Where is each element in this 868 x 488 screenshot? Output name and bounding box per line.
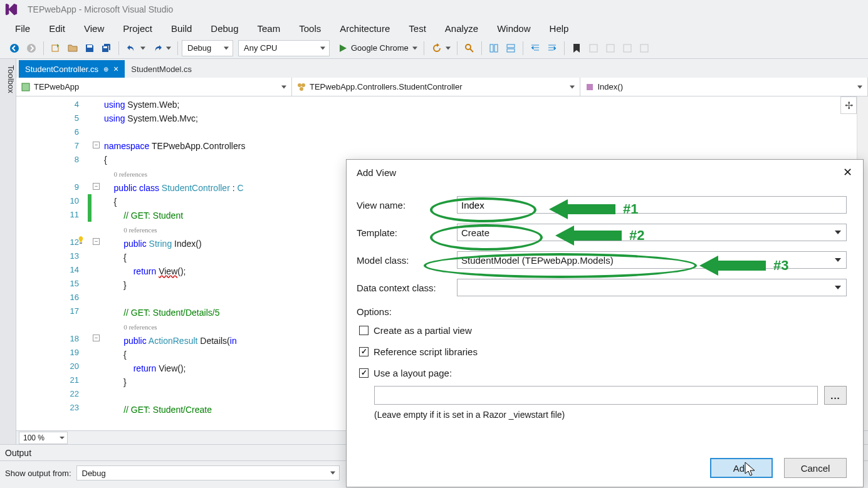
menu-test[interactable]: Test — [400, 20, 435, 37]
method-icon — [585, 83, 594, 91]
partial-view-label: Create as a partial view — [374, 325, 472, 336]
change-marker — [88, 194, 92, 222]
new-project-button[interactable] — [48, 40, 64, 56]
browser-refresh-button[interactable] — [428, 40, 453, 56]
save-button[interactable] — [81, 40, 98, 56]
menu-window[interactable]: Window — [488, 20, 539, 37]
tool-button-1[interactable] — [486, 40, 502, 56]
data-context-label: Data context class: — [357, 283, 451, 293]
indent-decrease-button[interactable] — [527, 40, 543, 56]
tool-button-6[interactable] — [636, 40, 652, 56]
menu-file[interactable]: File — [6, 20, 39, 37]
fold-toggle[interactable]: − — [93, 142, 100, 148]
svg-rect-14 — [22, 83, 29, 91]
solution-config-dropdown[interactable]: Debug — [182, 40, 233, 56]
svg-rect-11 — [607, 44, 614, 52]
svg-point-1 — [27, 44, 36, 53]
tool-button-2[interactable] — [503, 40, 519, 56]
menu-help[interactable]: Help — [541, 20, 578, 37]
menu-tools[interactable]: Tools — [290, 20, 330, 37]
window-title: TEPwebApp - Microsoft Visual Studio — [28, 4, 173, 14]
tool-button-5[interactable] — [619, 40, 635, 56]
tool-button-3[interactable] — [585, 40, 602, 56]
main-toolbar: Debug Any CPU Google Chrome — [0, 38, 868, 59]
redo-button[interactable] — [149, 40, 174, 56]
svg-rect-13 — [641, 44, 648, 52]
cancel-button[interactable]: Cancel — [784, 458, 847, 478]
partial-view-checkbox[interactable] — [359, 326, 369, 335]
template-label: Template: — [357, 227, 451, 238]
model-class-label: Model class: — [357, 255, 451, 266]
menu-architecture[interactable]: Architecture — [331, 20, 399, 37]
menu-project[interactable]: Project — [114, 20, 161, 37]
indent-increase-button[interactable] — [544, 40, 560, 56]
project-icon — [21, 83, 30, 91]
toolbox-panel-tab[interactable]: Toolbox — [0, 59, 16, 444]
svg-rect-9 — [507, 49, 515, 52]
svg-point-5 — [466, 44, 471, 49]
dialog-title: Add View — [357, 167, 396, 178]
menu-edit[interactable]: Edit — [40, 20, 74, 37]
zoom-dropdown[interactable]: 100 % — [19, 432, 68, 444]
layout-page-checkbox[interactable] — [359, 368, 369, 378]
fold-toggle[interactable]: − — [93, 335, 100, 341]
play-icon — [338, 44, 347, 53]
add-button[interactable]: Add — [710, 458, 773, 478]
undo-button[interactable] — [123, 40, 148, 56]
pin-icon[interactable]: ⊕ — [103, 66, 108, 73]
view-name-input[interactable] — [457, 196, 847, 214]
menu-view[interactable]: View — [75, 20, 113, 37]
save-all-button[interactable] — [98, 40, 115, 56]
visual-studio-logo-icon — [4, 3, 19, 16]
open-file-button[interactable] — [65, 40, 81, 56]
tab-student-model[interactable]: StudentModel.cs — [125, 60, 198, 78]
svg-rect-3 — [87, 45, 92, 48]
dialog-close-button[interactable]: ✕ — [838, 164, 857, 180]
template-dropdown[interactable]: Create — [457, 224, 847, 241]
menu-build[interactable]: Build — [162, 20, 201, 37]
nav-forward-button[interactable] — [23, 40, 39, 56]
class-icon — [297, 83, 306, 91]
nav-back-button[interactable] — [6, 40, 23, 56]
data-context-dropdown[interactable] — [457, 279, 847, 296]
svg-rect-12 — [624, 44, 631, 52]
output-source-dropdown[interactable]: Debug — [76, 465, 340, 480]
menu-bar: FileEditViewProjectBuildDebugTeamToolsAr… — [0, 19, 868, 38]
svg-point-0 — [10, 44, 19, 53]
model-class-dropdown[interactable]: StudentModel (TEPwebApp.Models) — [457, 251, 847, 269]
start-debug-button[interactable]: Google Chrome — [335, 40, 420, 56]
fold-toggle[interactable]: − — [93, 183, 100, 190]
editor-nav-bar: TEPwebApp TEPwebApp.Controllers.StudentC… — [16, 78, 868, 96]
browse-layout-button[interactable]: ... — [824, 386, 847, 405]
tool-button-4[interactable] — [602, 40, 619, 56]
document-tabs: StudentController.cs ⊕ × StudentModel.cs — [16, 59, 868, 78]
split-button[interactable]: ✢ — [840, 96, 857, 114]
tab-student-controller[interactable]: StudentController.cs ⊕ × — [19, 60, 125, 78]
view-name-label: View name: — [357, 200, 451, 210]
script-libs-label: Reference script libraries — [374, 346, 478, 357]
svg-point-17 — [300, 87, 303, 91]
svg-point-16 — [301, 83, 305, 87]
solution-platform-dropdown[interactable]: Any CPU — [238, 40, 330, 56]
class-dropdown[interactable]: TEPwebApp.Controllers.StudentController — [292, 78, 580, 96]
lightbulb-icon[interactable] — [76, 236, 85, 244]
layout-hint: (Leave empty if it is set in a Razor _vi… — [357, 410, 847, 420]
options-label: Options: — [357, 306, 847, 317]
layout-page-label: Use a layout page: — [374, 368, 452, 378]
bookmark-button[interactable] — [568, 40, 585, 56]
menu-analyze[interactable]: Analyze — [436, 20, 487, 37]
menu-team[interactable]: Team — [249, 20, 290, 37]
add-view-dialog: Add View ✕ View name: Template: Create M… — [346, 159, 864, 487]
layout-page-input[interactable] — [374, 386, 818, 405]
menu-debug[interactable]: Debug — [202, 20, 247, 37]
close-tab-icon[interactable]: × — [113, 64, 118, 74]
svg-point-15 — [298, 83, 301, 87]
fold-toggle[interactable]: − — [93, 238, 100, 245]
svg-rect-4 — [103, 46, 107, 48]
project-dropdown[interactable]: TEPwebApp — [16, 78, 292, 96]
member-dropdown[interactable]: Index() — [580, 78, 869, 96]
find-button[interactable] — [461, 40, 478, 56]
svg-rect-18 — [587, 84, 593, 90]
title-bar: TEPwebApp - Microsoft Visual Studio — [0, 0, 868, 19]
script-libs-checkbox[interactable] — [359, 347, 369, 356]
